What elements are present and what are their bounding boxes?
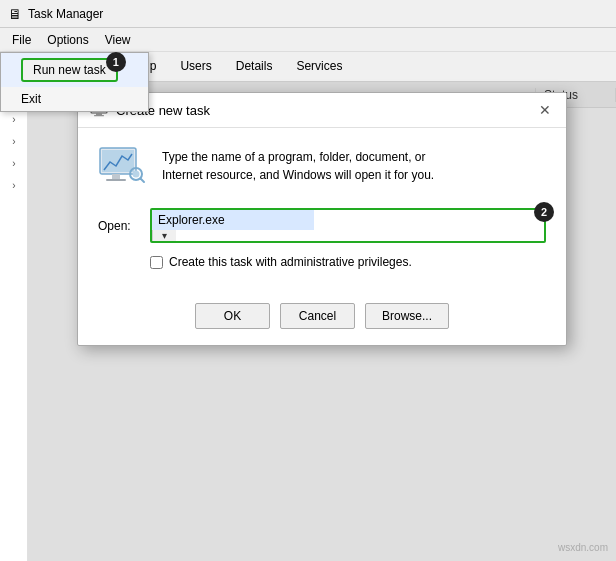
content-panel: Name Status Create new task — [28, 82, 616, 561]
tab-services[interactable]: Services — [284, 55, 354, 79]
badge-2: 2 — [534, 202, 554, 222]
sidebar-arrow-4[interactable]: › — [0, 152, 28, 174]
tab-details[interactable]: Details — [224, 55, 285, 79]
dialog-title-bar: Create new task ✕ — [78, 93, 566, 128]
watermark: wsxdn.com — [558, 542, 608, 553]
menu-bar: File Options View Run new task 1 Exit — [0, 28, 616, 52]
dialog-body: Type the name of a program, folder, docu… — [78, 128, 566, 293]
admin-privileges-checkbox[interactable] — [150, 256, 163, 269]
file-dropdown: Run new task 1 Exit — [0, 52, 149, 112]
computer-icon — [98, 144, 146, 192]
menu-options[interactable]: Options — [39, 31, 96, 49]
title-bar-text: Task Manager — [28, 7, 103, 21]
open-dropdown-button[interactable]: ▾ — [152, 230, 176, 241]
checkbox-row: Create this task with administrative pri… — [98, 255, 546, 269]
main-area: › › › › › Name Status — [0, 82, 616, 561]
dropdown-run-new-task[interactable]: Run new task 1 — [1, 53, 148, 87]
title-bar-icon: 🖥 — [8, 6, 22, 22]
svg-line-9 — [141, 179, 145, 183]
svg-rect-4 — [102, 150, 134, 172]
ok-button[interactable]: OK — [195, 303, 270, 329]
open-input-wrapper: ▾ 2 — [150, 208, 546, 243]
run-new-task-button[interactable]: Run new task 1 — [21, 58, 118, 82]
title-bar: 🖥 Task Manager — [0, 0, 616, 28]
tab-users[interactable]: Users — [168, 55, 223, 79]
dropdown-exit[interactable]: Exit — [1, 87, 148, 111]
sidebar-arrow-5[interactable]: › — [0, 174, 28, 196]
menu-view[interactable]: View — [97, 31, 139, 49]
svg-rect-5 — [112, 174, 120, 179]
dialog-open-label: Open: — [98, 219, 138, 233]
svg-point-8 — [133, 171, 140, 178]
open-input[interactable] — [152, 210, 314, 230]
svg-rect-2 — [94, 115, 104, 116]
svg-rect-6 — [106, 179, 126, 181]
dialog-open-row: Open: ▾ 2 — [98, 208, 546, 243]
svg-rect-1 — [96, 113, 102, 115]
browse-button[interactable]: Browse... — [365, 303, 449, 329]
dialog-footer: OK Cancel Browse... — [78, 293, 566, 345]
dialog-close-button[interactable]: ✕ — [536, 101, 554, 119]
sidebar: › › › › › — [0, 82, 28, 561]
dialog-description-row: Type the name of a program, folder, docu… — [98, 144, 546, 192]
dialog-description-text: Type the name of a program, folder, docu… — [162, 144, 434, 184]
menu-file[interactable]: File — [4, 31, 39, 49]
admin-privileges-label: Create this task with administrative pri… — [169, 255, 412, 269]
sidebar-arrow-3[interactable]: › — [0, 130, 28, 152]
cancel-button[interactable]: Cancel — [280, 303, 355, 329]
create-task-dialog: Create new task ✕ — [77, 92, 567, 346]
modal-overlay: Create new task ✕ — [28, 82, 616, 561]
badge-1: 1 — [106, 52, 126, 72]
